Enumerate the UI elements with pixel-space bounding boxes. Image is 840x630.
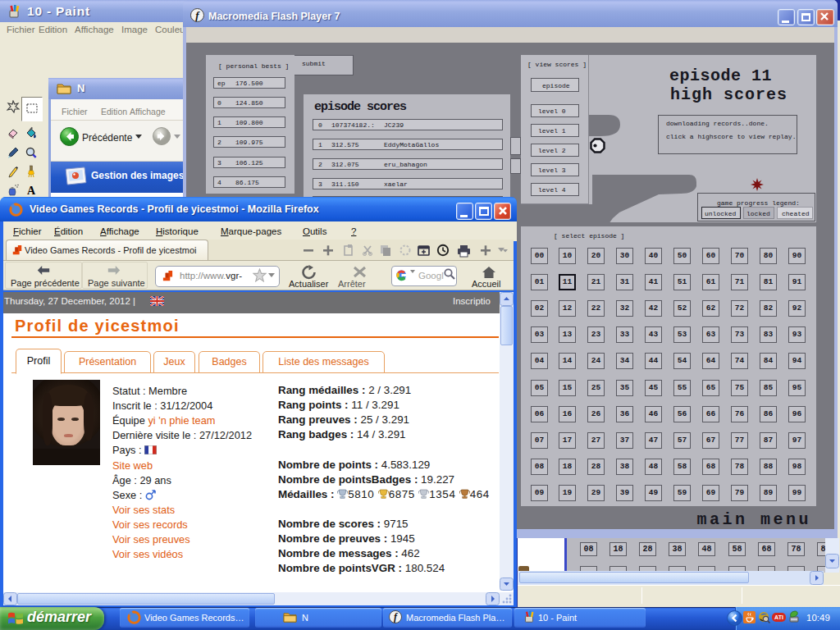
- svg-text:A: A: [27, 185, 36, 197]
